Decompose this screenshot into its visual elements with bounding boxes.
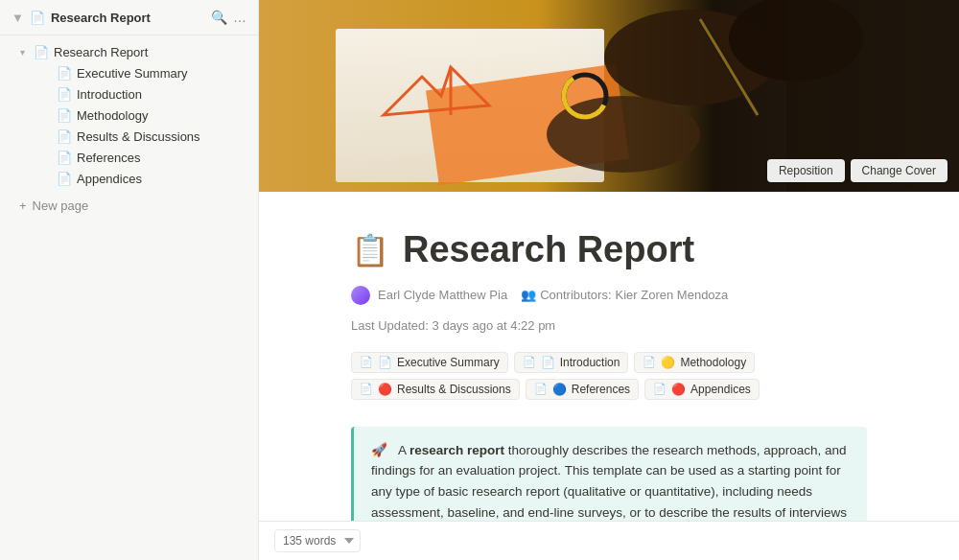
page-meta: Earl Clyde Matthew Pia 👥 Contributors: K… [351,286,867,333]
chip-icon-exec: 📄 [378,356,392,369]
subpage-chip-results[interactable]: 📄 🔴 Results & Discussions [351,379,520,400]
collapse-icon[interactable]: ▼ [12,11,24,25]
plus-icon: + [19,198,27,213]
root-page-icon: 📄 [33,45,50,59]
chevron-down-icon: ▾ [15,47,29,58]
results-icon: 📄 [56,129,73,144]
more-options-icon[interactable]: … [233,10,246,25]
chip-label-method: Methodology [680,356,746,369]
sidebar-item-method[interactable]: 📄 Methodology [4,105,254,126]
page-title: Research Report [403,230,694,270]
chip-icon-intro: 📄 [541,356,555,369]
reposition-button[interactable]: Reposition [767,159,845,182]
chip-icon-results: 🔴 [378,383,392,396]
new-page-label: New page [33,198,89,213]
sidebar: ▼ 📄 Research Report 🔍 … ▾ 📄 Research Rep… [0,0,259,560]
page-body: 📋 Research Report Earl Clyde Matthew Pia… [259,192,959,521]
doc-icon: 📄 [643,356,656,368]
callout-teal-text-before: A [398,443,409,457]
word-count-select[interactable]: 135 words [274,529,361,552]
contributors-value: Kier Zoren Mendoza [616,288,729,302]
sidebar-tree: ▾ 📄 Research Report 📄 Executive Summary … [0,35,258,560]
sidebar-header: ▼ 📄 Research Report 🔍 … [0,0,258,35]
sidebar-item-appendices[interactable]: 📄 Appendices [4,169,254,189]
doc-icon: 📄 [523,356,536,368]
method-icon: 📄 [56,108,73,123]
cover-area: Reposition Change Cover [259,0,959,192]
cover-buttons: Reposition Change Cover [767,159,947,182]
sidebar-item-label-results: Results & Discussions [77,129,246,144]
chip-icon-method: 🟡 [661,356,675,369]
sidebar-item-label-intro: Introduction [77,87,246,102]
appendices-icon: 📄 [56,172,73,186]
sidebar-item-intro[interactable]: 📄 Introduction [4,84,254,105]
subpages-row: 📄 📄 Executive Summary 📄 📄 Introduction 📄… [351,352,867,400]
page-type-icon: 📄 [30,11,45,25]
author-name: Earl Clyde Matthew Pia [378,288,507,302]
new-page-button[interactable]: + New page [4,193,254,219]
contributors-label: Contributors: [540,288,611,302]
chip-label-refs: References [572,383,630,396]
author-avatar [351,286,370,305]
subpage-chip-appendices[interactable]: 📄 🔴 Appendices [644,379,760,400]
change-cover-button[interactable]: Change Cover [851,159,947,182]
sidebar-item-label-root: Research Report [54,45,246,59]
subpage-chip-exec[interactable]: 📄 📄 Executive Summary [351,352,508,373]
sidebar-header-title: Research Report [51,11,205,25]
callout-teal: 🚀 A research report thoroughly describes… [351,427,867,521]
sidebar-item-label-method: Methodology [77,108,246,123]
last-updated-item: Last Updated: 3 days ago at 4:22 pm [351,318,555,333]
refs-icon: 📄 [56,151,73,165]
sidebar-item-root[interactable]: ▾ 📄 Research Report [4,42,254,62]
subpage-chip-method[interactable]: 📄 🟡 Methodology [634,352,755,373]
doc-icon: 📄 [534,383,548,395]
callout-bold-text: research report [409,443,504,457]
rocket-icon: 🚀 [371,443,387,457]
exec-icon: 📄 [56,66,73,81]
chip-label-intro: Introduction [560,356,620,369]
intro-icon: 📄 [56,87,73,102]
sidebar-item-exec[interactable]: 📄 Executive Summary [4,63,254,83]
page-title-area: 📋 Research Report [351,230,867,270]
sidebar-item-label-exec: Executive Summary [77,66,246,81]
sidebar-item-refs[interactable]: 📄 References [4,148,254,168]
page-emoji: 📋 [351,232,389,268]
chip-label-appendices: Appendices [690,383,751,396]
contributors-item: 👥 Contributors: Kier Zoren Mendoza [521,288,728,302]
subpage-chip-intro[interactable]: 📄 📄 Introduction [514,352,629,373]
doc-icon: 📄 [360,356,373,368]
chip-icon-appendices: 🔴 [671,383,686,396]
chip-label-results: Results & Discussions [397,383,511,396]
sidebar-item-label-appendices: Appendices [77,172,246,186]
search-icon[interactable]: 🔍 [211,10,227,25]
main-content: Reposition Change Cover 📋 Research Repor… [259,0,959,560]
doc-icon: 📄 [653,383,667,395]
chip-icon-refs: 🔵 [552,383,567,396]
subpage-chip-refs[interactable]: 📄 🔵 References [526,379,639,400]
author-item: Earl Clyde Matthew Pia [351,286,507,305]
sidebar-item-results[interactable]: 📄 Results & Discussions [4,127,254,147]
contributors-icon: 👥 [521,288,536,302]
bottom-bar: 135 words [259,521,959,560]
doc-icon: 📄 [360,383,373,395]
sidebar-item-label-refs: References [77,151,246,165]
chip-label-exec: Executive Summary [397,356,500,369]
last-updated-text: Last Updated: 3 days ago at 4:22 pm [351,318,555,333]
